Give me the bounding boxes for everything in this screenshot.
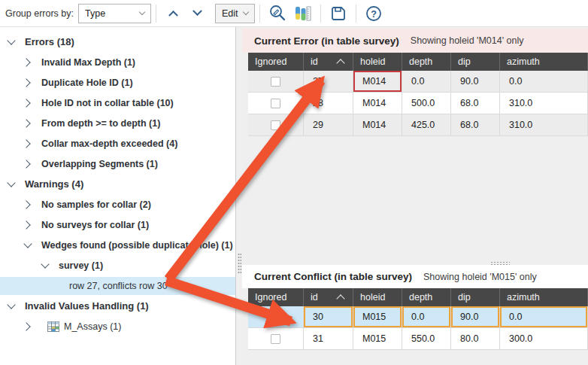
id-cell-conflict[interactable]: 30 <box>304 306 353 327</box>
help-button[interactable]: ? <box>361 2 386 25</box>
tree-item-invalid-values-handling[interactable]: Invalid Values Handling (1) <box>0 296 235 316</box>
column-header-ignored[interactable]: Ignored <box>248 288 304 306</box>
table-row[interactable]: 31 M015 550.0 80.0 300.0 <box>248 328 588 350</box>
tree-item-survey[interactable]: survey (1) <box>0 255 235 275</box>
tree-item-label: Invalid Values Handling (1) <box>25 300 149 312</box>
current-error-title-bar: Current Error (in table survey) Showing … <box>242 29 588 53</box>
holeid-cell[interactable]: M014 <box>353 93 402 114</box>
holeid-cell-error-flagged[interactable]: M014 <box>353 71 402 92</box>
column-header-ignored[interactable]: Ignored <box>248 53 304 71</box>
holeid-cell[interactable]: M014 <box>353 114 402 135</box>
id-cell[interactable]: 31 <box>304 328 353 349</box>
ignored-checkbox[interactable] <box>271 77 280 87</box>
tree-item-no-surveys[interactable]: No surveys for collar (1) <box>0 214 235 235</box>
tree-item-errors[interactable]: Errors (18) <box>0 32 235 52</box>
holeid-cell[interactable]: M015 <box>353 328 402 349</box>
chevron-right-icon[interactable] <box>23 98 33 108</box>
chevron-right-icon[interactable] <box>23 321 33 332</box>
chevron-right-icon[interactable] <box>23 78 33 88</box>
tree-item-hole-id-not-in-collar[interactable]: Hole ID not in collar table (10) <box>0 93 235 113</box>
dip-cell[interactable]: 90.0 <box>451 71 500 92</box>
tree-item-warnings[interactable]: Warnings (4) <box>0 174 235 194</box>
chevron-right-icon[interactable] <box>23 138 33 149</box>
vertical-splitter[interactable] <box>236 27 242 365</box>
azimuth-cell[interactable]: 310.0 <box>500 93 588 114</box>
previous-error-button[interactable] <box>161 3 185 24</box>
interval-ranges-button[interactable] <box>290 2 316 25</box>
azimuth-cell[interactable]: 300.0 <box>500 328 588 349</box>
ignored-cell <box>248 328 304 349</box>
edit-dropdown-button[interactable]: Edit <box>215 4 255 23</box>
azimuth-cell[interactable]: 0.0 <box>500 71 588 92</box>
depth-cell[interactable]: 0.0 <box>402 71 451 92</box>
depth-cell[interactable]: 550.0 <box>402 328 451 349</box>
chevron-down-icon[interactable] <box>6 37 17 47</box>
tree-item-wedges-found[interactable]: Wedges found (possible duplicate hole) (… <box>0 235 235 255</box>
holeid-cell-conflict[interactable]: M015 <box>353 306 402 327</box>
tree-item-label: survey (1) <box>59 260 103 271</box>
table-row-selected[interactable]: 30 M015 0.0 90.0 0.0 <box>248 306 588 328</box>
ignored-checkbox[interactable] <box>271 334 280 344</box>
column-header-dip[interactable]: dip <box>451 288 500 306</box>
azimuth-cell-conflict[interactable]: 0.0 <box>500 306 588 327</box>
ignored-checkbox[interactable] <box>271 312 280 322</box>
column-header-id[interactable]: id <box>304 288 353 306</box>
dip-cell-conflict[interactable]: 90.0 <box>451 306 500 327</box>
column-header-id[interactable]: id <box>304 53 353 71</box>
id-cell[interactable]: 29 <box>304 114 353 135</box>
column-header-azimuth[interactable]: azimuth <box>500 288 588 306</box>
chevron-right-icon[interactable] <box>23 199 33 210</box>
dip-cell[interactable]: 68.0 <box>451 114 500 135</box>
next-error-button[interactable] <box>185 3 209 24</box>
table-row[interactable]: 29 M014 425.0 68.0 310.0 <box>248 114 588 136</box>
chevron-down-icon[interactable] <box>40 260 50 271</box>
column-header-dip[interactable]: dip <box>451 53 500 71</box>
tree-item-no-samples[interactable]: No samples for collar (2) <box>0 194 235 214</box>
chevron-right-icon[interactable] <box>23 118 33 129</box>
chevron-down-icon[interactable] <box>6 179 17 190</box>
column-header-holeid[interactable]: holeid <box>353 53 402 71</box>
dip-cell[interactable]: 68.0 <box>451 93 500 114</box>
save-button[interactable] <box>326 2 351 25</box>
tree-item-invalid-max-depth[interactable]: Invalid Max Depth (1) <box>0 52 235 72</box>
chevron-down-icon[interactable] <box>6 301 17 312</box>
tree-item-label: Overlapping Segments (1) <box>41 159 158 169</box>
group-by-value: Type <box>85 8 105 19</box>
id-cell[interactable]: 27 <box>304 71 353 92</box>
chevron-right-icon[interactable] <box>23 220 33 230</box>
chevron-right-icon[interactable] <box>23 57 33 68</box>
dip-cell[interactable]: 80.0 <box>451 328 500 349</box>
ignored-checkbox[interactable] <box>271 99 280 108</box>
chevron-down-icon[interactable] <box>23 240 33 251</box>
table-row[interactable]: 27 M014 0.0 90.0 0.0 <box>248 71 588 93</box>
depth-cell[interactable]: 425.0 <box>402 114 451 135</box>
svg-text:?: ? <box>371 8 377 19</box>
id-cell[interactable]: 28 <box>304 93 353 114</box>
chevron-right-icon[interactable] <box>23 159 33 169</box>
ignored-cell <box>248 306 304 327</box>
depth-cell-conflict[interactable]: 0.0 <box>402 306 451 327</box>
group-by-dropdown[interactable]: Type <box>78 4 151 23</box>
ignored-cell <box>248 93 304 114</box>
column-header-azimuth[interactable]: azimuth <box>500 53 588 71</box>
find-edit-button[interactable] <box>265 2 290 25</box>
pane-title: Current Error (in table survey) <box>254 35 399 47</box>
error-table-header: Ignored id holeid depth dip azimuth <box>248 53 588 71</box>
tree-item-m-assays[interactable]: M_Assays (1) <box>0 316 235 336</box>
tree-item-collar-max-depth[interactable]: Collar max-depth exceeded (4) <box>0 133 235 154</box>
current-conflict-pane: Current Conflict (in table survey) Showi… <box>242 265 588 365</box>
tree-item-row27-conflict[interactable]: row 27, conflicts row 30 <box>0 277 235 295</box>
ignored-checkbox[interactable] <box>271 120 280 130</box>
error-table: Ignored id holeid depth dip azimuth 27 M… <box>248 53 588 136</box>
azimuth-cell[interactable]: 310.0 <box>500 114 588 135</box>
tree-item-duplicate-hole-id[interactable]: Duplicate Hole ID (1) <box>0 72 235 93</box>
tree-item-from-depth[interactable]: From depth >= to depth (1) <box>0 113 235 133</box>
tree-item-label: Wedges found (possible duplicate hole) (… <box>41 240 233 251</box>
tree-item-overlapping-segments[interactable]: Overlapping Segments (1) <box>0 154 235 174</box>
column-header-depth[interactable]: depth <box>402 288 451 306</box>
depth-cell[interactable]: 500.0 <box>402 93 451 114</box>
group-errors-by-label: Group errors by: <box>5 8 74 19</box>
column-header-depth[interactable]: depth <box>402 53 451 71</box>
column-header-holeid[interactable]: holeid <box>353 288 402 306</box>
table-row[interactable]: 28 M014 500.0 68.0 310.0 <box>248 93 588 114</box>
